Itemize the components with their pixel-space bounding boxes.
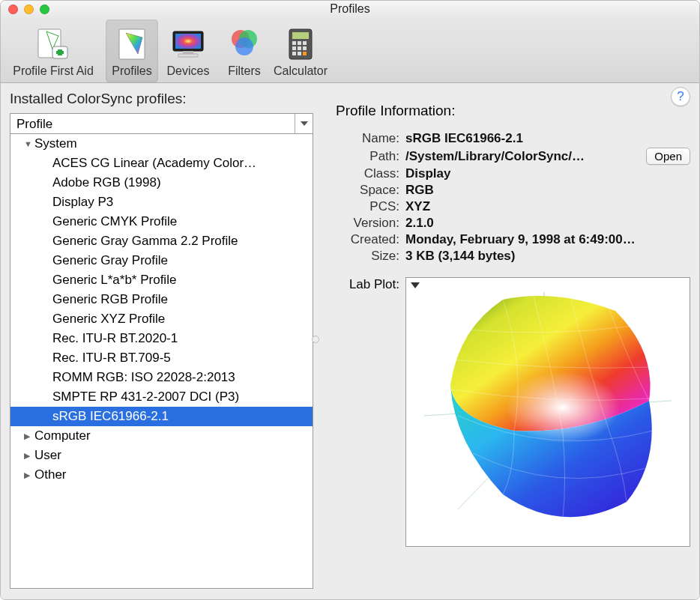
installed-profiles-header: Installed ColorSync profiles: (10, 91, 313, 107)
svg-rect-19 (298, 41, 301, 45)
value-size: 3 KB (3,144 bytes) (405, 249, 690, 264)
combo-value: Profile (10, 114, 295, 133)
profile-list-item[interactable]: sRGB IEC61966-2.1 (10, 407, 313, 426)
profile-list-item[interactable]: Rec. ITU-R BT.709-5 (10, 348, 313, 368)
pane-resize-handle[interactable] (312, 336, 319, 343)
toolbar-devices[interactable]: Devices (158, 19, 218, 82)
toolbar-label: Profile First Aid (13, 64, 94, 78)
svg-marker-27 (301, 121, 308, 126)
help-button[interactable]: ? (671, 87, 690, 106)
label-created: Created: (336, 232, 399, 247)
toolbar-label: Filters (228, 64, 261, 78)
disclosure-closed-icon: ▶ (24, 451, 31, 461)
label-pcs: PCS: (336, 199, 399, 214)
profile-info-panel: ? Profile Information: Name: sRGB IEC619… (336, 91, 690, 589)
tree-group-label: User (34, 448, 61, 463)
tree-group-label: Computer (34, 428, 91, 443)
toolbar-calculator[interactable]: Calculator (271, 19, 331, 82)
disclosure-closed-icon: ▶ (24, 431, 31, 441)
titlebar: Profiles (1, 1, 699, 17)
svg-point-15 (235, 37, 253, 55)
filters-icon (226, 25, 263, 63)
label-space: Space: (336, 183, 399, 198)
toolbar: Profile First Aid Profiles (1, 17, 699, 83)
profile-info-grid: Name: sRGB IEC61966-2.1 Path: /System/Li… (336, 131, 690, 264)
svg-rect-5 (56, 51, 64, 54)
toolbar-label: Devices (167, 64, 210, 78)
label-version: Version: (336, 216, 399, 231)
open-button[interactable]: Open (646, 148, 690, 165)
svg-rect-6 (119, 29, 145, 59)
tree-group-other[interactable]: ▶Other (10, 465, 313, 485)
profile-list-item[interactable]: Generic RGB Profile (10, 290, 313, 309)
value-created: Monday, February 9, 1998 at 6:49:00… (405, 232, 690, 247)
label-class: Class: (336, 166, 399, 181)
profile-list-item[interactable]: Rec. ITU-R BT.2020-1 (10, 329, 313, 348)
tree-group-computer[interactable]: ▶Computer (10, 426, 313, 446)
first-aid-icon (34, 25, 72, 63)
profile-list-item[interactable]: Generic Gray Gamma 2.2 Profile (10, 231, 313, 251)
profile-list-item[interactable]: Generic XYZ Profile (10, 309, 313, 329)
calculator-icon (282, 25, 319, 63)
plot-menu-icon[interactable] (411, 282, 420, 288)
disclosure-closed-icon: ▶ (24, 470, 31, 480)
tree-group-label: System (34, 136, 77, 151)
profile-tree[interactable]: ▼SystemACES CG Linear (Academy Color…Ado… (10, 134, 313, 589)
svg-rect-26 (303, 52, 307, 55)
value-name: sRGB IEC61966-2.1 (405, 131, 690, 146)
svg-rect-12 (178, 54, 198, 57)
profile-sort-combo[interactable]: Profile (10, 113, 313, 134)
profile-list-item[interactable]: ACES CG Linear (Academy Color… (10, 154, 313, 173)
chevron-down-icon (295, 114, 313, 133)
svg-rect-10 (175, 34, 201, 49)
profiles-icon (113, 25, 151, 63)
gamut-3d-plot (413, 285, 683, 539)
toolbar-label: Profiles (112, 64, 151, 78)
svg-rect-23 (303, 46, 307, 50)
tree-group-user[interactable]: ▶User (10, 446, 313, 465)
svg-rect-22 (298, 46, 301, 50)
lab-plot-row: Lab Plot: (336, 277, 690, 547)
tree-group-system[interactable]: ▼System (10, 134, 313, 154)
label-name: Name: (336, 131, 399, 146)
profile-list-item[interactable]: Display P3 (10, 193, 313, 212)
devices-icon (169, 25, 207, 63)
value-space: RGB (405, 183, 690, 198)
profile-list-item[interactable]: Adobe RGB (1998) (10, 173, 313, 193)
tree-group-label: Other (34, 467, 67, 482)
lab-plot-view[interactable] (405, 277, 690, 547)
svg-point-32 (484, 367, 627, 457)
main-content: Installed ColorSync profiles: Profile ▼S… (1, 83, 699, 599)
svg-rect-18 (292, 41, 296, 45)
svg-rect-21 (292, 46, 296, 50)
profile-list-item[interactable]: Generic Gray Profile (10, 251, 313, 270)
label-size: Size: (336, 249, 399, 264)
profile-info-header: Profile Information: (336, 103, 690, 119)
lab-plot-label: Lab Plot: (336, 277, 399, 547)
svg-rect-11 (183, 51, 193, 54)
toolbar-label: Calculator (274, 64, 328, 78)
toolbar-filters[interactable]: Filters (218, 19, 271, 82)
svg-rect-25 (298, 52, 301, 55)
profile-list-item[interactable]: ROMM RGB: ISO 22028-2:2013 (10, 368, 313, 387)
value-path: /System/Library/ColorSync/… (405, 149, 640, 164)
profile-list-item[interactable]: Generic CMYK Profile (10, 212, 313, 231)
label-path: Path: (336, 149, 399, 164)
profile-list-item[interactable]: Generic L*a*b* Profile (10, 270, 313, 290)
svg-rect-20 (303, 41, 307, 45)
value-pcs: XYZ (405, 199, 690, 214)
disclosure-open-icon: ▼ (24, 139, 31, 148)
toolbar-profiles[interactable]: Profiles (106, 19, 158, 82)
value-class: Display (405, 166, 690, 181)
svg-marker-28 (411, 282, 420, 288)
profile-list-item[interactable]: SMPTE RP 431-2-2007 DCI (P3) (10, 387, 313, 407)
profile-list-panel: Installed ColorSync profiles: Profile ▼S… (10, 91, 313, 589)
svg-rect-17 (292, 32, 309, 39)
toolbar-profile-first-aid[interactable]: Profile First Aid (1, 19, 106, 82)
value-version: 2.1.0 (405, 216, 690, 231)
svg-rect-24 (292, 52, 296, 55)
window-title: Profiles (1, 2, 699, 16)
